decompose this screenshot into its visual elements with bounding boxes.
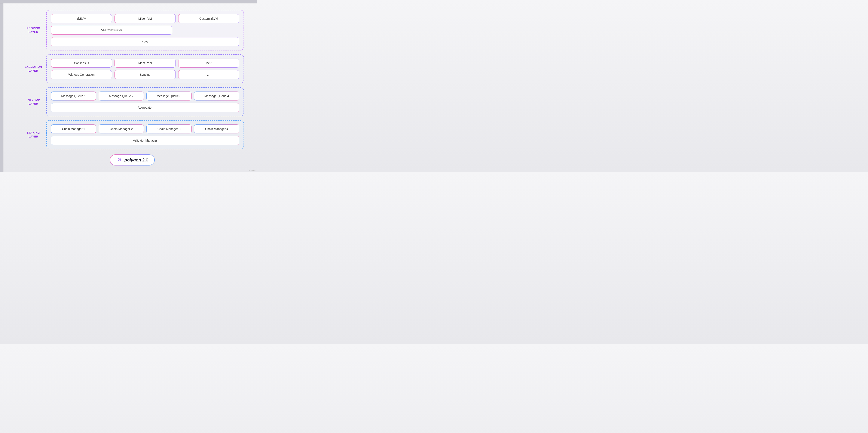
ruler-left [0, 3, 3, 172]
execution-row-1: Consensus Mem Pool P2P [51, 59, 239, 68]
proving-row-2: VM Constructor [51, 26, 239, 35]
interop-layer-box: Message Queue 1 Message Queue 2 Message … [46, 87, 244, 116]
execution-layer-row: EXECUTION LAYER Consensus Mem Pool P2P W… [21, 54, 244, 84]
interop-layer-row: INTEROP LAYER Message Queue 1 Message Qu… [21, 87, 244, 116]
validator-manager-box: Validator Manager [51, 136, 239, 145]
execution-layer-label: EXECUTION LAYER [21, 65, 46, 73]
syncing-box: Syncing [115, 70, 176, 79]
polygon-logo-icon [116, 157, 122, 163]
execution-layer-box: Consensus Mem Pool P2P Witness Generatio… [46, 54, 244, 84]
chain-manager-4-box: Chain Manager 4 [194, 125, 239, 133]
proving-layer-label: PROVING LAYER [21, 26, 46, 34]
interop-layer-label: INTEROP LAYER [21, 98, 46, 106]
staking-layer-row: STAKING LAYER Chain Manager 1 Chain Mana… [21, 120, 244, 149]
chain-manager-2-box: Chain Manager 2 [99, 125, 144, 133]
staking-row-2: Validator Manager [51, 136, 239, 145]
polygon-badge-container: polygon 2.0 [21, 155, 244, 166]
miden-vm-box: Miden VM [115, 14, 176, 23]
proving-row-1: zkEVM Miden VM Custom zkVM [51, 14, 239, 23]
mempool-box: Mem Pool [115, 59, 176, 68]
staking-layer-box: Chain Manager 1 Chain Manager 2 Chain Ma… [46, 120, 244, 149]
dots-box: .... [178, 70, 239, 79]
staking-layer-label: STAKING LAYER [21, 131, 46, 139]
proving-row-3: Prover [51, 37, 239, 46]
witness-gen-box: Witness Generation [51, 70, 112, 79]
vm-constructor-box: VM Constructor [51, 26, 172, 35]
polygon-text: polygon 2.0 [124, 158, 148, 163]
interop-row-2: Aggregator [51, 103, 239, 112]
bottom-bar: Canva Pro [247, 169, 257, 172]
polygon-pill: polygon 2.0 [110, 155, 155, 166]
chain-manager-3-box: Chain Manager 3 [146, 125, 191, 133]
ruler-top [0, 0, 257, 3]
p2p-box: P2P [178, 59, 239, 68]
prover-box: Prover [51, 37, 239, 46]
proving-layer-box: zkEVM Miden VM Custom zkVM VM Constructo… [46, 10, 244, 51]
execution-row-2: Witness Generation Syncing .... [51, 70, 239, 79]
chain-manager-1-box: Chain Manager 1 [51, 125, 96, 133]
consensus-box: Consensus [51, 59, 112, 68]
proving-layer-row: PROVING LAYER zkEVM Miden VM Custom zkVM… [21, 10, 244, 51]
custom-zkvm-box: Custom zkVM [178, 14, 239, 23]
message-queue-1-box: Message Queue 1 [51, 92, 96, 100]
staking-row-1: Chain Manager 1 Chain Manager 2 Chain Ma… [51, 125, 239, 133]
aggregator-box: Aggregator [51, 103, 239, 112]
message-queue-2-box: Message Queue 2 [99, 92, 144, 100]
message-queue-3-box: Message Queue 3 [146, 92, 191, 100]
zkevm-box: zkEVM [51, 14, 112, 23]
interop-row-1: Message Queue 1 Message Queue 2 Message … [51, 92, 239, 100]
message-queue-4-box: Message Queue 4 [194, 92, 239, 100]
